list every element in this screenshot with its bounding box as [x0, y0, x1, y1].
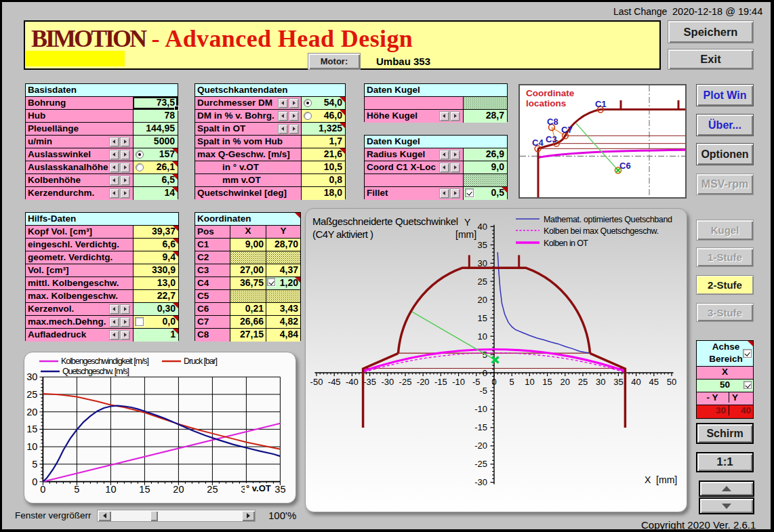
- svg-text:40: 40: [478, 222, 487, 232]
- svg-text:0: 0: [32, 476, 37, 487]
- svg-text:15: 15: [542, 377, 552, 387]
- svg-text:30: 30: [26, 371, 37, 382]
- svg-text:Maßgeschneiderte Quetschwinkel: Maßgeschneiderte Quetschwinkel: [312, 216, 458, 227]
- svg-text:-10: -10: [452, 377, 465, 387]
- svg-text:-30: -30: [474, 477, 487, 487]
- svg-text:-50: -50: [310, 377, 323, 387]
- svg-text:Druck [bar]: Druck [bar]: [184, 356, 218, 366]
- svg-text:-30: -30: [381, 377, 394, 387]
- svg-text:C7: C7: [561, 125, 573, 135]
- svg-text:locations: locations: [526, 98, 566, 108]
- svg-text:10: 10: [478, 331, 487, 342]
- svg-text:40: 40: [631, 377, 640, 387]
- svg-text:C6: C6: [619, 161, 631, 171]
- svg-text:Kolben in OT: Kolben in OT: [544, 239, 588, 248]
- svg-text:5: 5: [32, 459, 37, 470]
- svg-text:5: 5: [510, 377, 514, 387]
- svg-text:-15: -15: [474, 422, 487, 432]
- svg-text:-5: -5: [472, 377, 481, 387]
- svg-text:10: 10: [26, 441, 37, 452]
- svg-text:35: 35: [613, 377, 623, 387]
- svg-text:C1: C1: [595, 99, 607, 109]
- svg-text:-10: -10: [474, 404, 487, 414]
- svg-text:C4: C4: [532, 138, 544, 148]
- svg-text:20: 20: [478, 295, 487, 305]
- svg-text:-15: -15: [434, 377, 447, 387]
- svg-text:Y: Y: [464, 217, 471, 228]
- svg-text:Kolbengeschwindigkeit [m/s]: Kolbengeschwindigkeit [m/s]: [61, 356, 149, 366]
- svg-text:20: 20: [173, 484, 184, 495]
- svg-text:30: 30: [596, 377, 605, 387]
- svg-text:[mm]: [mm]: [455, 229, 476, 240]
- svg-text:Mathemat. optimiertes Quetschb: Mathemat. optimiertes Quetschband: [544, 215, 672, 224]
- svg-text:Coordinate: Coordinate: [526, 88, 575, 98]
- svg-text:0: 0: [40, 484, 45, 495]
- svg-text:° v.OT: ° v.OT: [246, 483, 271, 493]
- svg-text:-25: -25: [474, 459, 487, 469]
- svg-text:-20: -20: [474, 441, 487, 451]
- svg-text:25: 25: [478, 277, 487, 287]
- svg-text:35: 35: [274, 484, 285, 495]
- svg-text:Quetschgeschw. [m/s]: Quetschgeschw. [m/s]: [62, 367, 129, 376]
- svg-text:C8: C8: [547, 117, 558, 127]
- svg-text:-40: -40: [346, 377, 359, 387]
- svg-text:20: 20: [26, 407, 37, 417]
- svg-text:15: 15: [478, 313, 487, 323]
- svg-text:15: 15: [26, 424, 37, 434]
- svg-text:10: 10: [105, 484, 116, 495]
- svg-text:0: 0: [491, 377, 496, 387]
- svg-text:-20: -20: [417, 377, 430, 387]
- svg-text:50: 50: [667, 377, 676, 387]
- svg-text:45: 45: [649, 377, 659, 387]
- svg-text:10: 10: [525, 377, 534, 387]
- svg-text:C3: C3: [546, 134, 557, 144]
- svg-text:25: 25: [578, 377, 588, 387]
- svg-text:15: 15: [139, 484, 150, 495]
- svg-text:(C4Y aktiviert ): (C4Y aktiviert ): [312, 228, 373, 240]
- svg-text:-5: -5: [479, 386, 487, 396]
- svg-text:20: 20: [561, 377, 570, 387]
- svg-text:-25: -25: [399, 377, 412, 387]
- svg-text:25: 25: [26, 389, 37, 400]
- svg-text:X [mm]: X [mm]: [645, 474, 677, 485]
- svg-text:35: 35: [478, 240, 487, 250]
- svg-text:0: 0: [483, 368, 487, 378]
- svg-text:-35: -35: [363, 377, 376, 387]
- svg-text:30: 30: [478, 258, 487, 268]
- svg-text:5: 5: [74, 484, 79, 495]
- svg-text:25: 25: [207, 484, 218, 495]
- svg-text:Kolben bei max Quetschgeschw.: Kolben bei max Quetschgeschw.: [544, 226, 659, 236]
- svg-text:-45: -45: [328, 377, 341, 387]
